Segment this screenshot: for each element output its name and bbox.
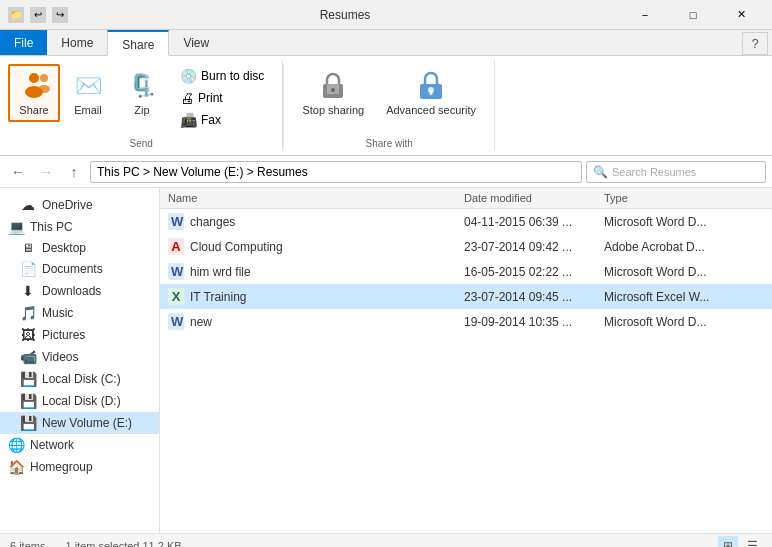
table-row[interactable]: W new 19-09-2014 10:35 ... Microsoft Wor… [160,309,772,334]
tab-view[interactable]: View [169,30,223,55]
tab-share[interactable]: Share [107,30,169,56]
share-with-group-label: Share with [366,136,413,151]
svg-point-3 [38,85,50,93]
maximize-button[interactable]: □ [670,0,716,30]
file-size-him: 24 KB [740,263,772,281]
sidebar-section-main: ☁ OneDrive 💻 This PC 🖥 Desktop 📄 Documen… [0,192,159,480]
videos-icon: 📹 [20,349,36,365]
file-type-changes: Microsoft Word D... [600,213,740,231]
back-quick-icon[interactable]: ↩ [30,7,46,23]
search-bar[interactable]: 🔍 Search Resumes [586,161,766,183]
sidebar-item-network[interactable]: 🌐 Network [0,434,159,456]
ribbon-content: Share ✉️ Email 🗜️ Zip 💿 Burn to disc 🖨 [0,56,772,156]
address-path: This PC > New Volume (E:) > Resumes [97,165,308,179]
sidebar-label-local-d: Local Disk (D:) [42,394,121,408]
tab-home[interactable]: Home [47,30,107,55]
search-placeholder: Search Resumes [612,166,696,178]
desktop-icon: 🖥 [20,241,36,255]
item-count: 6 items [10,540,45,548]
table-row[interactable]: W changes 04-11-2015 06:39 ... Microsoft… [160,209,772,234]
forward-button[interactable]: → [34,160,58,184]
file-size-cloud: 902 KB [740,238,772,256]
up-button[interactable]: ↑ [62,160,86,184]
svg-rect-9 [430,90,433,95]
file-list-header: Name Date modified Type Size [160,188,772,209]
word-icon-him: W [168,263,184,280]
sidebar-item-downloads[interactable]: ⬇ Downloads [0,280,159,302]
send-group-items: Share ✉️ Email 🗜️ Zip 💿 Burn to disc 🖨 [8,60,274,136]
file-type-him: Microsoft Word D... [600,263,740,281]
local-c-icon: 💾 [20,371,36,387]
fax-label: Fax [201,113,221,127]
sidebar-label-network: Network [30,438,74,452]
close-button[interactable]: ✕ [718,0,764,30]
sidebar-item-desktop[interactable]: 🖥 Desktop [0,238,159,258]
file-area: Name Date modified Type Size W changes 0… [160,188,772,533]
view-buttons: ⊞ ☰ [718,536,762,548]
print-icon: 🖨 [180,90,194,106]
sidebar-item-local-d[interactable]: 💾 Local Disk (D:) [0,390,159,412]
advanced-security-button[interactable]: Advanced security [376,64,486,123]
sidebar-item-documents[interactable]: 📄 Documents [0,258,159,280]
search-icon: 🔍 [593,165,608,179]
share-button-label: Share [19,104,48,116]
sidebar-item-new-volume[interactable]: 💾 New Volume (E:) [0,412,159,434]
file-name-it: X IT Training [160,286,460,307]
table-row[interactable]: W him wrd file 16-05-2015 02:22 ... Micr… [160,259,772,284]
file-type-new: Microsoft Word D... [600,313,740,331]
grid-view-button[interactable]: ⊞ [718,536,738,548]
table-row[interactable]: A Cloud Computing 23-07-2014 09:42 ... A… [160,234,772,259]
file-label-him: him wrd file [190,265,251,279]
list-view-button[interactable]: ☰ [742,536,762,548]
col-type[interactable]: Type [600,190,740,206]
help-button[interactable]: ? [742,32,768,55]
share-button[interactable]: Share [8,64,60,122]
minimize-button[interactable]: − [622,0,668,30]
email-button-label: Email [74,104,102,116]
sidebar-item-homegroup[interactable]: 🏠 Homegroup [0,456,159,478]
folder-icon: 📁 [8,7,24,23]
col-date[interactable]: Date modified [460,190,600,206]
email-button[interactable]: ✉️ Email [62,64,114,122]
fax-button[interactable]: 📠 Fax [174,110,270,130]
file-name-new: W new [160,311,460,332]
window-controls: − □ ✕ [622,0,764,30]
sidebar-item-pictures[interactable]: 🖼 Pictures [0,324,159,346]
file-type-it: Microsoft Excel W... [600,288,740,306]
back-button[interactable]: ← [6,160,30,184]
file-type-cloud: Adobe Acrobat D... [600,238,740,256]
word-icon-new: W [168,313,184,330]
stop-sharing-label: Stop sharing [302,104,364,117]
sidebar-item-local-c[interactable]: 💾 Local Disk (C:) [0,368,159,390]
table-row[interactable]: X IT Training 23-07-2014 09:45 ... Micro… [160,284,772,309]
file-size-new: 24 KB [740,313,772,331]
zip-button[interactable]: 🗜️ Zip [116,64,168,122]
col-name[interactable]: Name [160,190,460,206]
title-bar-icons: 📁 ↩ ↪ [8,7,68,23]
file-date-new: 19-09-2014 10:35 ... [460,313,600,331]
burn-to-disc-button[interactable]: 💿 Burn to disc [174,66,270,86]
local-d-icon: 💾 [20,393,36,409]
svg-point-2 [40,74,48,82]
onedrive-icon: ☁ [20,197,36,213]
file-name-cloud: A Cloud Computing [160,236,460,257]
share-icon [18,70,50,102]
sidebar-item-videos[interactable]: 📹 Videos [0,346,159,368]
col-size[interactable]: Size [740,190,772,206]
address-bar[interactable]: This PC > New Volume (E:) > Resumes [90,161,582,183]
sidebar-label-videos: Videos [42,350,78,364]
main-area: ☁ OneDrive 💻 This PC 🖥 Desktop 📄 Documen… [0,188,772,533]
sidebar-item-this-pc[interactable]: 💻 This PC [0,216,159,238]
network-icon: 🌐 [8,437,24,453]
sidebar-item-music[interactable]: 🎵 Music [0,302,159,324]
forward-quick-icon[interactable]: ↪ [52,7,68,23]
downloads-icon: ⬇ [20,283,36,299]
selected-info: 1 item selected 11.2 KB [65,540,181,548]
burn-print-fax-group: 💿 Burn to disc 🖨 Print 📠 Fax [170,64,274,132]
sidebar-item-onedrive[interactable]: ☁ OneDrive [0,194,159,216]
stop-sharing-button[interactable]: Stop sharing [292,64,374,123]
zip-button-label: Zip [134,104,149,116]
word-icon-changes: W [168,213,184,230]
tab-file[interactable]: File [0,30,47,55]
print-button[interactable]: 🖨 Print [174,88,270,108]
